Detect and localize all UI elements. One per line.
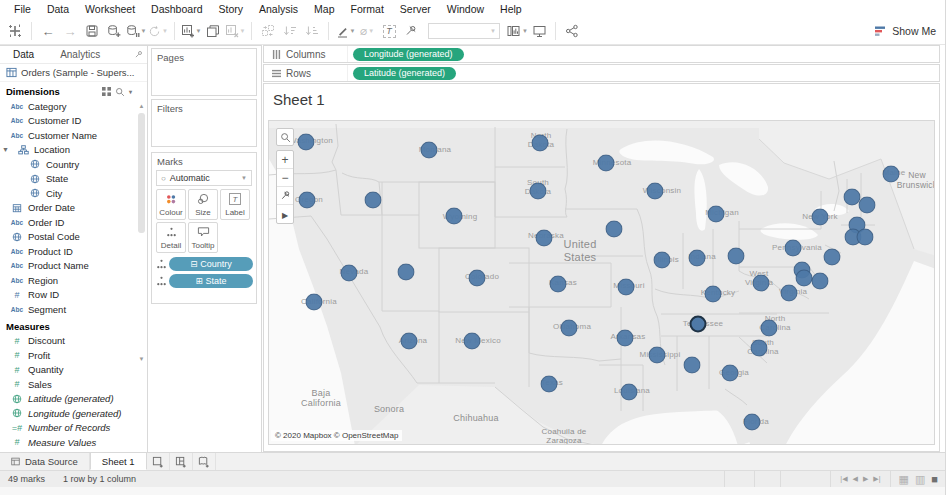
show-me-button[interactable]: Show Me — [874, 25, 936, 37]
map-mark-wyoming[interactable] — [446, 208, 463, 225]
field-order-id[interactable]: AbcOrder ID — [0, 215, 147, 230]
fit-select[interactable]: ▼ — [428, 23, 500, 39]
map-mark-arkansas[interactable] — [617, 330, 634, 347]
menu-window[interactable]: Window — [439, 0, 492, 18]
map-mark-michigan[interactable] — [708, 206, 725, 223]
pages-shelf[interactable]: Pages — [151, 48, 257, 96]
share-button[interactable] — [561, 20, 583, 42]
menu-format[interactable]: Format — [343, 0, 392, 18]
find-field-icon[interactable] — [115, 87, 125, 97]
map-mark-new-york[interactable] — [812, 209, 829, 226]
map-mark-kansas[interactable] — [550, 276, 567, 293]
menu-help[interactable]: Help — [492, 0, 530, 18]
field-sales[interactable]: #Sales — [0, 377, 147, 392]
duplicate-sheet-button[interactable] — [202, 20, 224, 42]
map-mark-tennessee[interactable] — [690, 316, 707, 333]
columns-shelf[interactable]: Columns Longitude (generated) — [263, 45, 940, 63]
map-mark-ohio[interactable] — [728, 248, 745, 265]
pill-state[interactable]: ⊞State — [169, 274, 253, 288]
map-mark-north-carolina[interactable] — [761, 320, 778, 337]
zoom-in-button[interactable]: + — [277, 151, 293, 169]
save-button[interactable] — [81, 20, 103, 42]
undo-button[interactable]: ← — [37, 20, 59, 42]
field-latitude-generated-[interactable]: Latitude (generated) — [0, 392, 147, 407]
size-button[interactable]: Size — [188, 189, 218, 220]
presentation-mode-button[interactable] — [528, 20, 550, 42]
map-mark-west-virginia[interactable] — [753, 275, 770, 292]
new-worksheet-button[interactable]: ▼ — [180, 20, 202, 42]
colour-button[interactable]: Colour — [156, 189, 186, 220]
new-story-tab-button[interactable] — [193, 453, 216, 470]
map-mark-pennsylvania[interactable] — [785, 240, 802, 257]
menu-dashboard[interactable]: Dashboard — [143, 0, 210, 18]
zoom-home-pin-button[interactable] — [277, 187, 293, 205]
sort-descending-button[interactable] — [301, 20, 323, 42]
last-page-icon[interactable]: ▶| — [873, 475, 880, 483]
sort-ascending-button[interactable] — [279, 20, 301, 42]
map-mark-arizona[interactable] — [401, 333, 418, 350]
map-mark-louisiana[interactable] — [621, 384, 638, 401]
field-location[interactable]: ▼Location — [0, 143, 147, 158]
map-mark-texas[interactable] — [541, 376, 558, 393]
zoom-out-button[interactable]: − — [277, 169, 293, 187]
pin-panel-icon[interactable] — [134, 50, 143, 59]
map-mark-delaware[interactable] — [812, 273, 829, 290]
swap-rows-columns-button[interactable] — [257, 20, 279, 42]
pill-latitude-generated[interactable]: Latitude (generated) — [353, 67, 456, 80]
map-mark-oregon[interactable] — [299, 192, 316, 209]
menu-data[interactable]: Data — [39, 0, 77, 18]
pause-updates-button[interactable]: ▼ — [125, 20, 147, 42]
field-customer-id[interactable]: AbcCustomer ID — [0, 114, 147, 129]
menu-worksheet[interactable]: Worksheet — [77, 0, 143, 18]
map-mark-south-dakota[interactable] — [530, 183, 547, 200]
menu-map[interactable]: Map — [306, 0, 342, 18]
map-mark-nevada[interactable] — [341, 265, 358, 282]
map-mark-florida[interactable] — [744, 414, 761, 431]
menu-story[interactable]: Story — [210, 0, 251, 18]
map-mark-virginia[interactable] — [781, 285, 798, 302]
sort-fields-caret-icon[interactable]: ▾ — [129, 88, 132, 95]
pill-country[interactable]: ⊟Country — [169, 257, 253, 271]
field-country[interactable]: Country — [0, 157, 147, 172]
field-profit[interactable]: #Profit — [0, 348, 147, 363]
field-longitude-generated-[interactable]: Longitude (generated) — [0, 406, 147, 421]
map-mark-oklahoma[interactable] — [561, 320, 578, 337]
scrollbar-thumb[interactable] — [138, 113, 145, 233]
field-customer-name[interactable]: AbcCustomer Name — [0, 128, 147, 143]
field-number-of-records[interactable]: =#Number of Records — [0, 421, 147, 436]
show-filmstrip-icon[interactable]: ▥ — [915, 473, 925, 486]
map-mark-california[interactable] — [306, 294, 323, 311]
filters-shelf[interactable]: Filters — [151, 99, 257, 147]
map-mark-kentucky[interactable] — [705, 286, 722, 303]
map-mark-north-dakota[interactable] — [532, 135, 549, 152]
map-mark-minnesota[interactable] — [598, 155, 615, 172]
menu-analysis[interactable]: Analysis — [251, 0, 306, 18]
detail-button[interactable]: Detail — [156, 222, 186, 253]
scroll-down-icon[interactable]: ▼ — [137, 355, 146, 364]
mark-type-dropdown[interactable]: ○ Automatic ▼ — [156, 170, 252, 186]
field-segment[interactable]: AbcSegment — [0, 302, 147, 317]
add-datasource-button[interactable] — [103, 20, 125, 42]
redo-button[interactable]: → — [59, 20, 81, 42]
map-mark-alabama[interactable] — [684, 357, 701, 374]
map-mark-new-jersey[interactable] — [824, 249, 841, 266]
map-mark-south-carolina[interactable] — [751, 340, 768, 357]
tab-analytics[interactable]: Analytics — [47, 46, 113, 64]
map-mark-nebraska[interactable] — [536, 230, 553, 247]
map-mark-district-of-columbia[interactable] — [796, 270, 813, 287]
group-members-button[interactable]: ⌀▼ — [356, 20, 378, 42]
new-worksheet-tab-button[interactable] — [147, 453, 170, 470]
map-mark-idaho[interactable] — [365, 192, 382, 209]
fix-axes-button[interactable] — [400, 20, 422, 42]
map-mark-mississippi[interactable] — [649, 347, 666, 364]
map-search-button[interactable] — [276, 128, 294, 146]
tab-sheet-1[interactable]: Sheet 1 — [90, 452, 147, 470]
field-order-date[interactable]: Order Date — [0, 201, 147, 216]
field-state[interactable]: State — [0, 172, 147, 187]
highlight-button[interactable]: ▼ — [334, 20, 356, 42]
field-measure-values[interactable]: #Measure Values — [0, 435, 147, 450]
label-button[interactable]: TLabel — [220, 189, 250, 220]
show-sheet-sorter-icon[interactable]: ▦ — [899, 473, 909, 486]
field-city[interactable]: City — [0, 186, 147, 201]
map-mark-utah[interactable] — [398, 264, 415, 281]
